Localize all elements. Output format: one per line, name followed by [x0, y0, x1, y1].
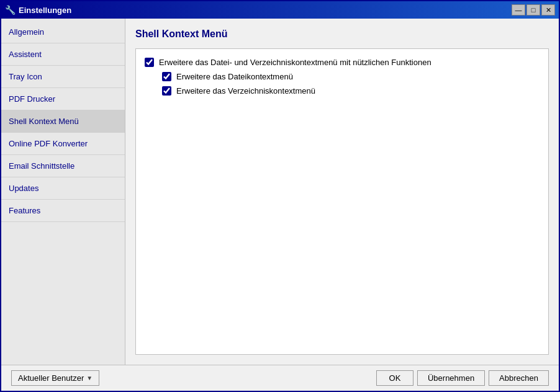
checkbox-row-file: Erweitere das Dateikontextmenü: [162, 72, 540, 81]
file-checkbox-label: Erweitere das Dateikontextmenü: [176, 72, 293, 81]
dir-checkbox-label: Erweitere das Verzeichniskontextmenü: [176, 86, 315, 96]
sidebar: Allgemein Assistent Tray Icon PDF Drucke…: [1, 19, 125, 365]
main-panel: Shell Kontext Menü Erweitere das Datei- …: [125, 19, 559, 365]
user-dropdown-label: Aktueller Benutzer: [18, 373, 84, 383]
sidebar-item-assistent[interactable]: Assistent: [1, 43, 125, 66]
sidebar-item-online-pdf-konverter[interactable]: Online PDF Konverter: [1, 133, 125, 155]
window-title: Einstellungen: [19, 6, 71, 15]
bottom-right: OK Übernehmen Abbrechen: [376, 370, 549, 386]
main-checkbox[interactable]: [145, 58, 154, 67]
close-button[interactable]: ✕: [541, 4, 555, 16]
dir-checkbox[interactable]: [162, 86, 171, 96]
sidebar-item-updates[interactable]: Updates: [1, 177, 125, 200]
content-area: Allgemein Assistent Tray Icon PDF Drucke…: [1, 19, 559, 365]
sidebar-item-pdf-drucker[interactable]: PDF Drucker: [1, 88, 125, 110]
sidebar-item-shell-kontext-menu[interactable]: Shell Kontext Menü: [1, 110, 125, 133]
sidebar-item-tray-icon[interactable]: Tray Icon: [1, 66, 125, 88]
ok-button[interactable]: OK: [376, 370, 413, 386]
chevron-down-icon: ▼: [86, 375, 93, 381]
title-bar-left: 🔧 Einstellungen: [5, 5, 71, 15]
user-dropdown[interactable]: Aktueller Benutzer ▼: [11, 370, 99, 386]
minimize-button[interactable]: —: [512, 4, 525, 16]
checkbox-row-main: Erweitere das Datei- und Verzeichniskont…: [145, 58, 540, 67]
title-bar: 🔧 Einstellungen — □ ✕: [1, 1, 559, 19]
file-checkbox[interactable]: [162, 72, 171, 81]
abbrechen-button[interactable]: Abbrechen: [489, 370, 549, 386]
main-window: 🔧 Einstellungen — □ ✕ Allgemein Assisten…: [0, 0, 560, 392]
checkbox-row-dir: Erweitere das Verzeichniskontextmenü: [162, 86, 540, 96]
panel-content: Erweitere das Datei- und Verzeichniskont…: [135, 48, 549, 355]
sidebar-item-allgemein[interactable]: Allgemein: [1, 21, 125, 43]
ubernehmen-button[interactable]: Übernehmen: [417, 370, 485, 386]
sidebar-item-email-schnittstelle[interactable]: Email Schnittstelle: [1, 155, 125, 177]
app-icon: 🔧: [5, 5, 15, 15]
maximize-button[interactable]: □: [526, 4, 540, 16]
bottom-left: Aktueller Benutzer ▼: [11, 370, 99, 386]
main-checkbox-label: Erweitere das Datei- und Verzeichniskont…: [159, 58, 431, 67]
bottom-bar: Aktueller Benutzer ▼ OK Übernehmen Abbre…: [1, 365, 559, 391]
sidebar-item-features[interactable]: Features: [1, 200, 125, 222]
panel-title: Shell Kontext Menü: [135, 29, 549, 40]
window-controls: — □ ✕: [512, 4, 555, 16]
